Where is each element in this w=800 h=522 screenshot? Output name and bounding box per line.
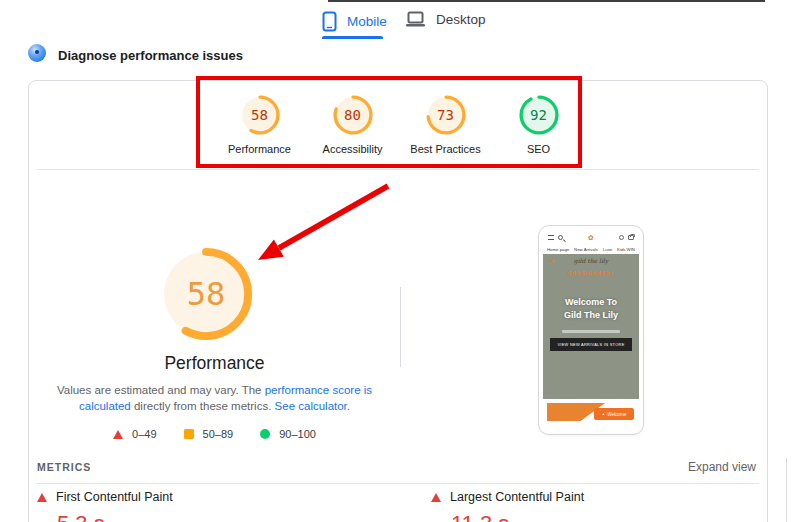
legend-good-range: 90–100 <box>279 428 316 440</box>
report-card: 58 Performance 80 Accessibility 73 Best … <box>28 80 768 522</box>
main-performance-gauge: 58 <box>159 247 253 341</box>
nav-kids: Kids WIN <box>617 247 635 252</box>
hero-title-line1: Welcome To <box>543 296 639 309</box>
see-calculator-link[interactable]: See calculator. <box>275 400 350 412</box>
seo-score: 92 <box>519 95 559 135</box>
fcp-label: First Contentful Paint <box>56 490 173 504</box>
performance-score: 58 <box>240 95 280 135</box>
lighthouse-logo-icon <box>28 44 46 62</box>
score-performance[interactable]: 58 Performance <box>213 95 306 155</box>
tab-mobile[interactable]: Mobile <box>322 11 387 32</box>
section-title: Diagnose performance issues <box>58 48 243 63</box>
hero-title: Welcome To Gild The Lily <box>543 296 639 322</box>
score-best-practices[interactable]: 73 Best Practices <box>399 95 492 155</box>
legend-average-range: 50–89 <box>203 428 234 440</box>
legend-fail: 0–49 <box>113 428 156 440</box>
nav-new-arrivals: New Arrivals <box>574 247 598 252</box>
scrollbar-hint <box>786 458 787 522</box>
best-practices-label: Best Practices <box>410 143 480 155</box>
score-seo[interactable]: 92 SEO <box>492 95 585 155</box>
cart-bag-icon <box>628 235 634 240</box>
seo-label: SEO <box>527 143 550 155</box>
metrics-divider <box>37 483 759 484</box>
storefront-script-sign: gild the lily <box>543 257 639 264</box>
accessibility-label: Accessibility <box>323 143 383 155</box>
fcp-value: 5.3 s <box>57 511 173 522</box>
hero-cta-button: VIEW NEW ARRIVALS IN STORE <box>550 338 632 351</box>
nav-luxe: Luxe <box>603 247 612 252</box>
tab-desktop-label: Desktop <box>436 12 486 27</box>
lcp-fail-icon <box>431 493 441 502</box>
score-disclaimer: Values are estimated and may vary. The p… <box>49 383 380 414</box>
main-performance-score: 58 <box>159 247 253 341</box>
metrics-header: METRICS <box>37 461 91 473</box>
accessibility-score: 80 <box>333 95 373 135</box>
lcp-value: 11.3 s <box>451 511 584 522</box>
seo-gauge: 92 <box>519 95 559 135</box>
cutoff-top-element <box>328 0 765 2</box>
site-logo: ✿ <box>588 234 594 241</box>
hero-title-line2: Gild The Lily <box>543 309 639 322</box>
account-icon <box>619 235 624 240</box>
hero-subtext <box>562 330 620 333</box>
column-divider <box>400 287 401 367</box>
disclaimer-text-2: directly from these metrics. <box>131 400 275 412</box>
phone-icon <box>322 11 337 32</box>
search-icon <box>558 235 563 240</box>
performance-gauge: 58 <box>240 95 280 135</box>
expand-view-button[interactable]: Expand view <box>688 460 756 474</box>
site-nav: Home page New Arrivals Luxe Kids WIN <box>543 245 639 254</box>
active-tab-indicator <box>322 36 383 39</box>
page-lower-section: Welcome <box>543 399 639 430</box>
lcp-label: Largest Contentful Paint <box>450 490 584 504</box>
best-practices-gauge: 73 <box>426 95 466 135</box>
fail-triangle-icon <box>113 430 123 439</box>
page-screenshot-thumbnail[interactable]: ✿ Home page New Arrivals Luxe Kids WIN ✕… <box>538 225 644 435</box>
nav-home: Home page <box>547 247 569 252</box>
hero-image: ✕ gild the lily CONSIGNMENT Welcome To G… <box>543 254 639 399</box>
performance-label: Performance <box>228 143 291 155</box>
main-gauge-title: Performance <box>29 353 400 374</box>
legend-good: 90–100 <box>260 428 316 440</box>
metric-lcp: Largest Contentful Paint 11.3 s <box>431 490 584 522</box>
disclaimer-text-1: Values are estimated and may vary. The <box>57 384 265 396</box>
average-square-icon <box>184 429 194 439</box>
laptop-icon <box>405 11 426 28</box>
best-practices-score: 73 <box>426 95 466 135</box>
category-scores-row: 58 Performance 80 Accessibility 73 Best … <box>213 95 585 155</box>
metric-fcp: First Contentful Paint 5.3 s <box>37 490 173 522</box>
score-legend: 0–49 50–89 90–100 <box>29 428 400 440</box>
screenshot-content: ✿ Home page New Arrivals Luxe Kids WIN ✕… <box>543 230 639 430</box>
hamburger-menu-icon <box>548 235 554 240</box>
storefront-band-sign: CONSIGNMENT <box>543 271 639 276</box>
card-divider <box>37 169 759 170</box>
tab-mobile-label: Mobile <box>347 14 387 29</box>
accessibility-gauge: 80 <box>333 95 373 135</box>
good-circle-icon <box>260 429 270 439</box>
chat-widget-button: Welcome <box>594 408 634 420</box>
site-header: ✿ <box>543 230 639 245</box>
legend-fail-range: 0–49 <box>132 428 156 440</box>
fcp-fail-icon <box>37 493 47 502</box>
score-accessibility[interactable]: 80 Accessibility <box>306 95 399 155</box>
legend-average: 50–89 <box>184 428 234 440</box>
tab-desktop[interactable]: Desktop <box>405 11 486 28</box>
